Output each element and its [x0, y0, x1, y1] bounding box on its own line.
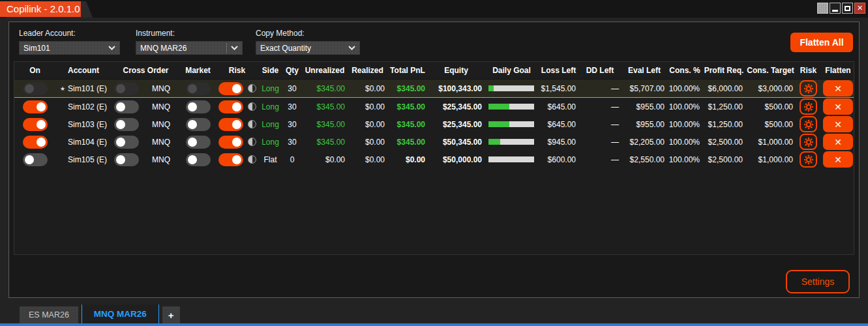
loss-left-value: $1,545.00 [539, 84, 578, 93]
realized-value: $0.00 [348, 155, 387, 164]
copy-method-field: Copy Method: Exact Quantity [256, 29, 360, 55]
settings-button[interactable]: Settings [786, 270, 850, 293]
maximize-icon [845, 6, 850, 11]
cons-target-value: $3,000.00 [745, 84, 796, 93]
qty-value: 30 [282, 120, 302, 129]
cons-target-value: $1,000.00 [745, 138, 796, 147]
qty-value: 30 [282, 84, 302, 93]
risk-settings-button[interactable] [800, 116, 817, 132]
leader-account-label: Leader Account: [19, 29, 120, 38]
flatten-all-button[interactable]: Flatten All [790, 33, 853, 52]
col-header-risk-btn: Risk [796, 66, 821, 75]
flatten-row-button[interactable]: ✕ [823, 98, 853, 115]
cross-order-toggle[interactable] [114, 118, 139, 131]
table-row[interactable]: ★Sim103 (E) MNQ Long 30 $345.00 $0.00 $3… [14, 115, 854, 133]
table-row[interactable]: ★Sim101 (E) MNQ Long 30 $345.00 $0.00 $3… [14, 80, 854, 98]
col-header-cons-pct: Cons. % [667, 66, 702, 75]
flatten-row-button[interactable]: ✕ [823, 134, 853, 150]
col-header-realized: Realized [348, 66, 387, 75]
gear-icon [803, 102, 814, 112]
minimize-button[interactable] [830, 3, 841, 14]
minimize-icon [832, 10, 838, 12]
texture-button[interactable] [817, 3, 828, 14]
col-header-risk: Risk [216, 66, 258, 75]
half-circle-icon [248, 138, 256, 146]
x-icon: ✕ [834, 102, 842, 112]
half-circle-icon [248, 155, 256, 164]
cons-pct-value: 100.00% [667, 155, 702, 164]
total-pnl-value: $345.00 [387, 102, 428, 111]
risk-toggle[interactable] [218, 136, 243, 149]
title-bar: Copilink - 2.0.1.0 ✕ [0, 0, 868, 18]
on-toggle[interactable] [23, 82, 48, 95]
daily-goal-fill [488, 85, 494, 91]
dd-left-value: — [578, 120, 621, 129]
col-header-market: Market [180, 66, 216, 75]
market-toggle[interactable] [186, 100, 211, 113]
table-row[interactable]: ★Sim102 (E) MNQ Long 30 $345.00 $0.00 $3… [14, 98, 854, 115]
on-toggle[interactable] [23, 100, 48, 113]
window-controls: ✕ [817, 3, 865, 14]
market-toggle[interactable] [186, 82, 211, 95]
profit-req-value: $2,500.00 [702, 138, 745, 147]
equity-value: $25,345.00 [428, 102, 485, 111]
cons-pct-value: 100.00% [667, 102, 702, 111]
daily-goal-fill [488, 104, 509, 110]
risk-toggle[interactable] [218, 153, 243, 166]
leader-account-select[interactable]: Sim101 [19, 41, 120, 55]
cross-instrument: MNQ [152, 102, 170, 111]
table-row[interactable]: ★Sim105 (E) MNQ Flat 0 $0.00 $0.00 $0.00… [14, 151, 854, 168]
cons-pct-value: 100.00% [667, 84, 702, 93]
realized-value: $0.00 [348, 138, 387, 147]
flatten-row-button[interactable]: ✕ [823, 151, 853, 168]
risk-toggle[interactable] [218, 82, 243, 95]
daily-goal-progress [488, 104, 534, 110]
daily-goal-progress [488, 156, 534, 162]
risk-settings-button[interactable] [800, 151, 817, 168]
cons-target-value: $500.00 [745, 102, 796, 111]
col-header-flatten: Flatten [821, 66, 855, 75]
profit-req-value: $2,500.00 [702, 155, 745, 164]
qty-value: 30 [282, 102, 302, 111]
account-name: Sim103 (E) [68, 120, 107, 129]
daily-goal-progress [488, 121, 534, 127]
cross-instrument: MNQ [152, 138, 170, 147]
equity-value: $25,345.00 [428, 120, 485, 129]
tab-mnq-mar26[interactable]: MNQ MAR26 [82, 304, 159, 324]
cons-pct-value: 100.00% [667, 138, 702, 147]
total-pnl-value: $0.00 [387, 155, 428, 164]
risk-toggle[interactable] [218, 100, 243, 113]
cons-target-value: $500.00 [745, 120, 796, 129]
on-toggle[interactable] [23, 136, 48, 149]
on-toggle[interactable] [23, 153, 48, 166]
market-toggle[interactable] [186, 153, 211, 166]
col-header-cons-target: Cons. Target [745, 66, 796, 75]
on-toggle[interactable] [23, 118, 48, 131]
maximize-button[interactable] [842, 3, 853, 14]
risk-settings-button[interactable] [800, 80, 817, 96]
unrealized-value: $345.00 [302, 138, 348, 147]
flatten-row-button[interactable]: ✕ [823, 80, 853, 96]
table-row[interactable]: ★Sim104 (E) MNQ Long 30 $345.00 $0.00 $3… [14, 133, 854, 151]
account-name: Sim101 (E) [68, 84, 107, 93]
market-toggle[interactable] [186, 136, 211, 149]
risk-settings-button[interactable] [800, 134, 817, 150]
app-title: Copilink - 2.0.1.0 [0, 1, 81, 17]
instrument-select[interactable]: MNQ MAR26 [136, 41, 243, 55]
flatten-row-button[interactable]: ✕ [823, 116, 853, 132]
close-button[interactable]: ✕ [854, 3, 865, 14]
market-toggle[interactable] [186, 118, 211, 131]
risk-toggle[interactable] [218, 118, 243, 131]
cross-order-toggle[interactable] [114, 136, 139, 149]
copy-method-select[interactable]: Exact Quantity [256, 41, 360, 55]
copy-method-label: Copy Method: [256, 29, 360, 38]
tab-es-mar26[interactable]: ES MAR26 [20, 306, 78, 324]
side-value: Flat [258, 155, 282, 164]
col-header-cross-order: Cross Order [112, 66, 180, 75]
risk-settings-button[interactable] [800, 98, 817, 115]
add-tab-button[interactable]: + [162, 306, 180, 324]
cross-order-toggle[interactable] [114, 153, 139, 166]
cross-order-toggle[interactable] [114, 100, 139, 113]
cross-order-toggle[interactable] [114, 82, 139, 95]
copy-method-value: Exact Quantity [260, 44, 348, 53]
